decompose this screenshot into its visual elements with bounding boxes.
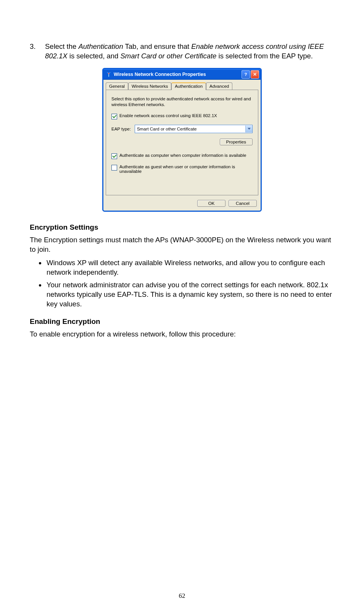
auth-description: Select this option to provide authentica… (111, 96, 253, 108)
cancel-button[interactable]: Cancel (229, 200, 257, 207)
properties-button[interactable]: Properties (220, 138, 253, 145)
dialog-title: Wireless Network Connection Properties (114, 72, 241, 77)
tab-panel-authentication: Select this option to provide authentica… (106, 90, 258, 195)
step-text-part: Select the (45, 42, 78, 50)
chevron-down-icon[interactable] (245, 126, 252, 132)
eap-type-dropdown[interactable]: Smart Card or other Certificate (135, 125, 253, 133)
auth-as-computer-checkbox[interactable] (111, 153, 117, 159)
heading-encryption-settings: Encryption Settings (30, 223, 334, 232)
step-text-part: is selected from the EAP type. (216, 52, 313, 60)
tab-advanced[interactable]: Advanced (206, 82, 232, 90)
bullet-item: Your network administrator can advise yo… (46, 280, 334, 309)
document-page: 3. Select the Authentication Tab, and en… (0, 0, 364, 615)
wireless-icon (106, 71, 112, 77)
enable-8021x-label: Enable network access control using IEEE… (119, 113, 217, 118)
tab-authentication[interactable]: Authentication (171, 82, 206, 90)
heading-enabling-encryption: Enabling Encryption (30, 317, 334, 326)
auth-as-guest-row[interactable]: Authenticate as guest when user or compu… (111, 164, 253, 174)
step-text: Select the Authentication Tab, and ensur… (45, 42, 334, 61)
properties-row: Properties (111, 138, 253, 145)
auth-as-guest-label: Authenticate as guest when user or compu… (119, 164, 253, 174)
encryption-settings-paragraph: The Encryption settings must match the A… (30, 235, 334, 254)
eap-type-label: EAP type: (111, 127, 131, 131)
dialog-buttons: OK Cancel (103, 198, 261, 211)
auth-as-computer-label: Authenticate as computer when computer i… (119, 153, 246, 158)
enable-8021x-row[interactable]: Enable network access control using IEEE… (111, 113, 253, 119)
auth-as-guest-checkbox[interactable] (111, 165, 117, 171)
step-text-part: Tab, and ensure that (123, 42, 192, 50)
enabling-encryption-paragraph: To enable encryption for a wireless netw… (30, 330, 334, 339)
properties-dialog: Wireless Network Connection Properties ?… (102, 68, 262, 212)
tab-wireless-networks[interactable]: Wireless Networks (128, 82, 171, 90)
help-button[interactable]: ? (242, 70, 250, 79)
page-number: 62 (0, 592, 364, 600)
bullet-item: Windows XP will detect any available Wir… (46, 258, 334, 277)
close-button[interactable]: ✕ (251, 70, 259, 79)
step-option2: Smart Card or other Certificate (120, 52, 216, 60)
screenshot-wrapper: Wireless Network Connection Properties ?… (30, 68, 334, 212)
eap-type-value: Smart Card or other Certificate (137, 127, 245, 131)
tab-strip: General Wireless Networks Authentication… (103, 80, 261, 90)
step-text-part: is selected, and (68, 52, 121, 60)
instruction-step: 3. Select the Authentication Tab, and en… (30, 42, 334, 61)
ok-button[interactable]: OK (197, 200, 225, 207)
encryption-bullets: Windows XP will detect any available Wir… (30, 258, 334, 309)
eap-type-row: EAP type: Smart Card or other Certificat… (111, 125, 253, 133)
step-tab-name: Authentication (78, 42, 123, 50)
auth-as-computer-row[interactable]: Authenticate as computer when computer i… (111, 153, 253, 159)
tab-general[interactable]: General (106, 82, 128, 90)
step-number: 3. (30, 42, 45, 61)
enable-8021x-checkbox[interactable] (111, 114, 117, 119)
titlebar: Wireless Network Connection Properties ?… (103, 69, 261, 80)
